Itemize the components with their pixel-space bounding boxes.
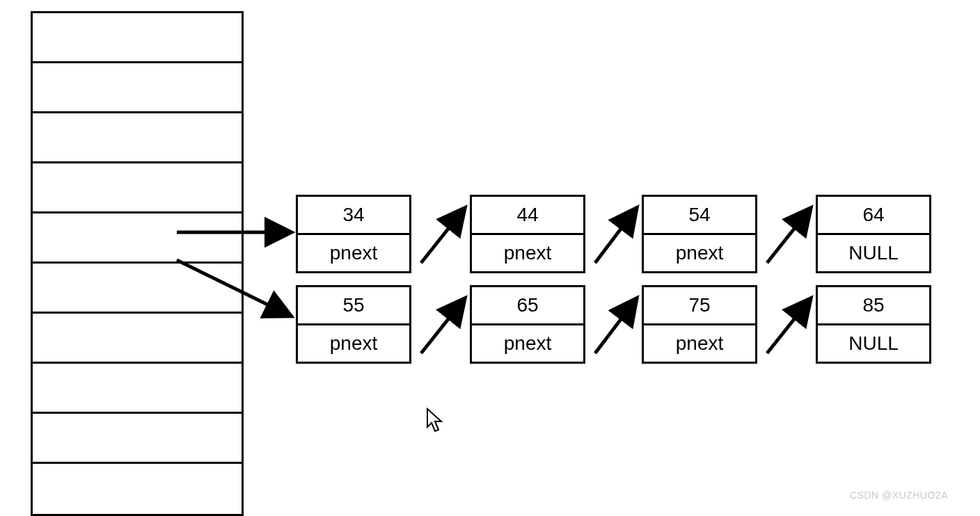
- diagram-stage: 34pnext44pnext54pnext64NULL55pnext65pnex…: [0, 0, 980, 516]
- hash-slot: [33, 63, 242, 113]
- pnext-arrow: [421, 299, 464, 353]
- node-pointer: pnext: [644, 235, 755, 271]
- hash-slot: [33, 464, 242, 514]
- list-node: 75pnext: [642, 285, 757, 364]
- node-pointer: pnext: [472, 325, 583, 362]
- hash-slot: [33, 414, 242, 464]
- node-pointer: pnext: [644, 325, 755, 362]
- hash-slot: [33, 314, 242, 364]
- pnext-arrow: [595, 299, 636, 353]
- node-pointer: pnext: [298, 325, 409, 362]
- hash-slot: [33, 264, 242, 314]
- cursor-icon: [427, 409, 441, 431]
- watermark: CSDN @XUZHUO2A: [850, 490, 948, 501]
- list-node: 44pnext: [470, 195, 585, 273]
- node-value: 54: [644, 197, 755, 235]
- pnext-arrow: [767, 209, 810, 263]
- hash-slot: [33, 13, 242, 63]
- node-value: 65: [472, 287, 583, 325]
- node-pointer: NULL: [818, 325, 929, 362]
- node-value: 34: [298, 197, 409, 235]
- hash-slot: [33, 364, 242, 414]
- node-value: 44: [472, 197, 583, 235]
- hash-slot: [33, 113, 242, 163]
- list-node: 85NULL: [816, 285, 931, 364]
- node-pointer: pnext: [298, 235, 409, 271]
- pnext-arrow: [767, 299, 810, 353]
- list-node: 55pnext: [296, 285, 411, 364]
- node-value: 64: [818, 197, 929, 235]
- list-node: 34pnext: [296, 195, 411, 273]
- hash-table-array: [31, 11, 244, 516]
- list-node: 54pnext: [642, 195, 757, 273]
- node-value: 85: [818, 287, 929, 325]
- node-value: 55: [298, 287, 409, 325]
- node-pointer: pnext: [472, 235, 583, 271]
- node-pointer: NULL: [818, 235, 929, 271]
- pnext-arrow: [421, 209, 464, 263]
- hash-slot: [33, 163, 242, 213]
- list-node: 64NULL: [816, 195, 931, 273]
- node-value: 75: [644, 287, 755, 325]
- list-node: 65pnext: [470, 285, 585, 364]
- pnext-arrow: [595, 209, 636, 263]
- hash-slot: [33, 213, 242, 264]
